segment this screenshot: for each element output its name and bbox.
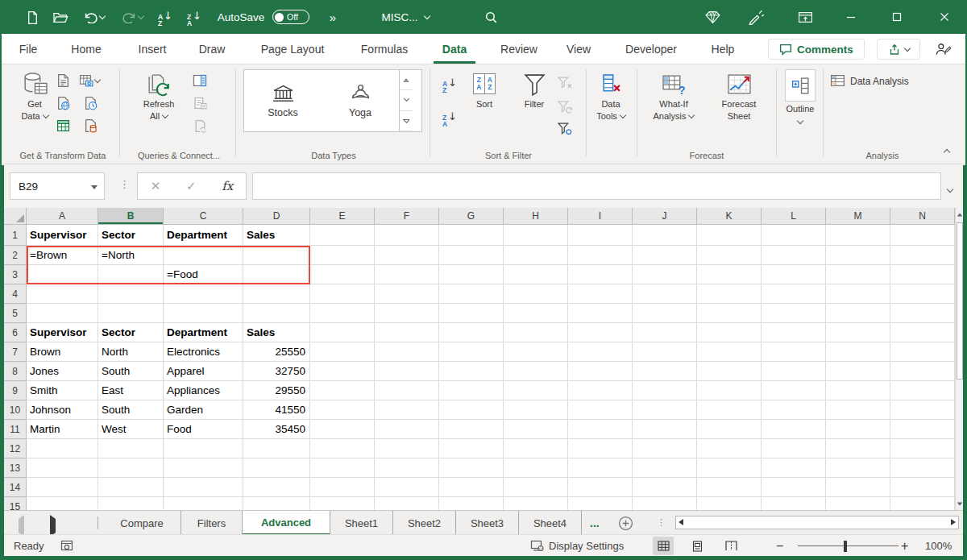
open-file-button[interactable] — [50, 0, 71, 34]
cell-B8[interactable]: South — [98, 362, 164, 381]
cell-H4[interactable] — [504, 284, 568, 304]
cell-K2[interactable] — [697, 246, 762, 265]
vertical-scroll-thumb[interactable] — [957, 222, 963, 380]
cell-H6[interactable] — [504, 323, 568, 342]
cell-F7[interactable] — [375, 342, 439, 362]
cell-E14[interactable] — [310, 478, 375, 497]
add-sheet-button[interactable] — [618, 516, 633, 534]
row-header-5[interactable]: 5 — [4, 304, 27, 323]
cancel-entry-icon[interactable]: ✕ — [151, 179, 161, 193]
cell-K8[interactable] — [697, 362, 762, 381]
cell-L4[interactable] — [762, 284, 826, 304]
row-header-4[interactable]: 4 — [4, 284, 27, 304]
cell-G9[interactable] — [439, 381, 504, 400]
cell-A10[interactable]: Johnson — [27, 400, 98, 420]
column-header-J[interactable]: J — [633, 208, 697, 225]
column-header-B[interactable]: B — [98, 208, 164, 225]
column-header-M[interactable]: M — [826, 208, 890, 225]
sort-descending-ribbon-button[interactable]: ZA↓ — [440, 108, 459, 127]
cell-M15[interactable] — [826, 497, 890, 510]
cell-L9[interactable] — [762, 381, 826, 400]
tab-insert[interactable]: Insert — [138, 34, 166, 64]
cell-J11[interactable] — [633, 420, 697, 439]
row-header-7[interactable]: 7 — [4, 342, 27, 362]
cell-I8[interactable] — [568, 362, 633, 381]
cell-A13[interactable] — [27, 458, 98, 478]
cell-E12[interactable] — [310, 439, 375, 458]
cell-I1[interactable] — [568, 225, 633, 246]
cell-I12[interactable] — [568, 439, 633, 458]
cell-A15[interactable] — [27, 497, 98, 510]
zoom-in-button[interactable]: + — [901, 535, 908, 557]
from-text-csv-button[interactable] — [53, 71, 73, 90]
cell-H5[interactable] — [504, 304, 568, 323]
cell-I10[interactable] — [568, 400, 633, 420]
cell-M10[interactable] — [826, 400, 890, 420]
row-header-6[interactable]: 6 — [4, 323, 27, 342]
cell-H12[interactable] — [504, 439, 568, 458]
cell-F9[interactable] — [375, 381, 439, 400]
cell-J1[interactable] — [633, 225, 697, 246]
cell-K15[interactable] — [697, 497, 762, 510]
cell-L3[interactable] — [762, 265, 826, 284]
minimize-button[interactable] — [835, 0, 867, 34]
column-header-H[interactable]: H — [504, 208, 568, 225]
cell-E9[interactable] — [310, 381, 375, 400]
cell-C6[interactable]: Department — [164, 323, 243, 342]
cell-B6[interactable]: Sector — [98, 323, 164, 342]
column-header-E[interactable]: E — [310, 208, 375, 225]
name-box[interactable]: B29 — [10, 172, 105, 200]
cell-L14[interactable] — [762, 478, 826, 497]
forecast-sheet-button[interactable]: Forecast Sheet — [708, 69, 770, 122]
cell-M6[interactable] — [826, 323, 890, 342]
column-header-G[interactable]: G — [439, 208, 504, 225]
cell-A7[interactable]: Brown — [27, 342, 98, 362]
cell-J15[interactable] — [633, 497, 697, 510]
row-header-3[interactable]: 3 — [4, 265, 27, 284]
cell-F11[interactable] — [375, 420, 439, 439]
cell-M12[interactable] — [826, 439, 890, 458]
cell-N7[interactable] — [890, 342, 955, 362]
cell-B4[interactable] — [98, 284, 164, 304]
cell-C8[interactable]: Apparel — [164, 362, 243, 381]
cell-G11[interactable] — [439, 420, 504, 439]
cell-B1[interactable]: Sector — [98, 225, 164, 246]
cell-H10[interactable] — [504, 400, 568, 420]
cell-J4[interactable] — [633, 284, 697, 304]
insert-function-button[interactable]: fx — [222, 179, 233, 193]
sheet-tab-sheet3[interactable]: Sheet3 — [456, 511, 519, 535]
sort-button[interactable]: ZAAZ Sort — [463, 69, 505, 110]
cell-D1[interactable]: Sales — [243, 225, 310, 246]
cell-G13[interactable] — [439, 458, 504, 478]
cell-J7[interactable] — [633, 342, 697, 362]
cell-N15[interactable] — [890, 497, 955, 510]
cell-N13[interactable] — [890, 458, 955, 478]
row-header-15[interactable]: 15 — [4, 497, 27, 510]
tab-help[interactable]: Help — [712, 34, 735, 64]
cell-G10[interactable] — [439, 400, 504, 420]
cell-C5[interactable] — [164, 304, 243, 323]
tab-file[interactable]: File — [19, 34, 38, 64]
cell-E7[interactable] — [310, 342, 375, 362]
cell-G12[interactable] — [439, 439, 504, 458]
row-header-2[interactable]: 2 — [4, 246, 27, 265]
cell-H9[interactable] — [504, 381, 568, 400]
cell-D15[interactable] — [243, 497, 310, 510]
cell-E2[interactable] — [310, 246, 375, 265]
cell-D8[interactable]: 32750 — [243, 362, 310, 381]
tab-page-layout[interactable]: Page Layout — [261, 34, 325, 64]
properties-button[interactable] — [190, 93, 210, 113]
sort-ascending-button[interactable]: AZ↓ — [155, 0, 176, 34]
cell-G3[interactable] — [439, 265, 504, 284]
normal-view-button[interactable] — [653, 537, 674, 555]
from-database-button[interactable] — [81, 116, 100, 135]
cell-N11[interactable] — [890, 420, 955, 439]
cell-A2[interactable]: =Brown — [27, 246, 98, 265]
page-break-preview-button[interactable] — [720, 537, 741, 555]
sort-descending-button[interactable]: ZA↓ — [184, 0, 205, 34]
cell-I7[interactable] — [568, 342, 633, 362]
cell-E3[interactable] — [310, 265, 375, 284]
share-button[interactable] — [877, 39, 920, 60]
cell-F5[interactable] — [375, 304, 439, 323]
column-header-N[interactable]: N — [890, 208, 955, 225]
